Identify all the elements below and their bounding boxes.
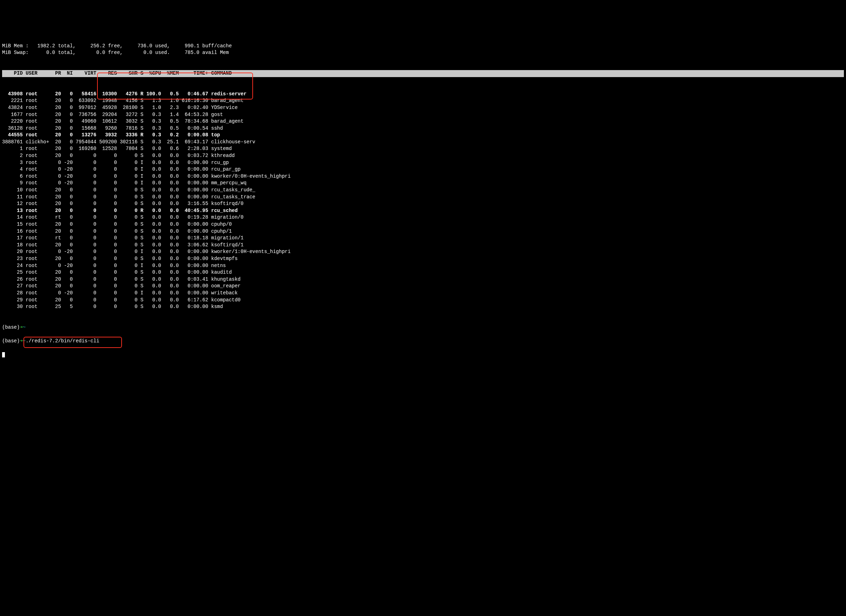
process-row: 28 root 0 -20 0 0 0 I 0.0 0.0 0:00.00 wr…	[2, 290, 844, 297]
process-row: 26 root 20 0 0 0 0 S 0.0 0.0 0:03.41 khu…	[2, 276, 844, 283]
cursor-icon	[2, 352, 5, 357]
process-row: 25 root 20 0 0 0 0 S 0.0 0.0 0:00.00 kau…	[2, 269, 844, 276]
process-row: 2 root 20 0 0 0 0 S 0.0 0.0 0:03.72 kthr…	[2, 153, 844, 160]
process-row: 36128 root 20 0 15668 9260 7816 S 0.3 0.…	[2, 125, 844, 132]
process-row: 10 root 20 0 0 0 0 S 0.0 0.0 0:00.00 rcu…	[2, 187, 844, 194]
shell-prompt-line-2[interactable]: (base) ➜ ~ ./redis-7.2/bin/redis-cli	[2, 338, 844, 345]
command-input[interactable]: ./redis-7.2/bin/redis-cli	[26, 338, 99, 345]
process-row: 4 root 0 -20 0 0 0 I 0.0 0.0 0:00.00 rcu…	[2, 166, 844, 173]
process-row: 29 root 20 0 0 0 0 S 0.0 0.0 6:17.62 kco…	[2, 297, 844, 304]
shell-prompt-line-1: (base) ➜ ~	[2, 324, 844, 331]
process-row: 24 root 0 -20 0 0 0 I 0.0 0.0 0:00.00 ne…	[2, 263, 844, 270]
process-table: 43908 root 20 0 58416 10300 4276 R 100.0…	[2, 91, 844, 311]
process-row: 1 root 20 0 169260 12528 7804 S 0.0 0.6 …	[2, 145, 844, 153]
process-row: 12 root 20 0 0 0 0 S 0.0 0.0 3:16.55 kso…	[2, 201, 844, 207]
process-row: 2220 root 20 0 49060 10612 3032 S 0.3 0.…	[2, 118, 844, 125]
process-row: 43824 root 20 0 997012 45928 28100 S 1.0…	[2, 104, 844, 111]
process-row: 27 root 20 0 0 0 0 S 0.0 0.0 0:00.00 oom…	[2, 283, 844, 290]
process-row: 1677 root 20 0 736756 29204 3272 S 0.3 1…	[2, 111, 844, 119]
process-row: 11 root 20 0 0 0 0 S 0.0 0.0 0:00.00 rcu…	[2, 194, 844, 201]
terminal-screen[interactable]: MiB Mem : 1982.2 total, 256.2 free, 736.…	[0, 27, 846, 387]
process-row: 18 root 20 0 0 0 0 S 0.0 0.0 3:06.62 kso…	[2, 242, 844, 249]
process-row: 9 root 0 -20 0 0 0 I 0.0 0.0 0:00.00 mm_…	[2, 180, 844, 187]
prompt-env: (base)	[2, 338, 20, 345]
prompt-env: (base)	[2, 324, 20, 331]
prompt-path: ~	[23, 338, 26, 345]
process-row: 44555 root 20 0 13276 3932 3336 R 0.3 0.…	[2, 132, 844, 139]
process-row: 13 root 20 0 0 0 0 R 0.0 0.0 40:45.95 rc…	[2, 207, 844, 214]
process-row: 30 root 25 5 0 0 0 S 0.0 0.0 0:00.00 ksm…	[2, 304, 844, 311]
process-row: 43908 root 20 0 58416 10300 4276 R 100.0…	[2, 91, 844, 98]
process-row: 20 root 0 -20 0 0 0 I 0.0 0.0 0:00.00 kw…	[2, 248, 844, 255]
process-row: 17 root rt 0 0 0 0 S 0.0 0.0 0:18.18 mig…	[2, 235, 844, 242]
process-row: 3888761 clickho+ 20 0 7954044 509200 302…	[2, 139, 844, 146]
process-row: 2221 root 20 0 633092 19948 4156 S 1.3 1…	[2, 97, 844, 104]
process-row: 6 root 0 -20 0 0 0 I 0.0 0.0 0:00.00 kwo…	[2, 173, 844, 180]
prompt-arrow-icon: ➜	[20, 338, 22, 345]
process-row: 14 root rt 0 0 0 0 S 0.0 0.0 0:19.28 mig…	[2, 214, 844, 221]
process-table-header: PID USER PR NI VIRT RES SHR S %CPU %MEM …	[2, 70, 844, 77]
process-row: 23 root 20 0 0 0 0 S 0.0 0.0 0:00.00 kde…	[2, 255, 844, 263]
prompt-path: ~	[23, 324, 26, 331]
process-row: 16 root 20 0 0 0 0 S 0.0 0.0 0:00.00 cpu…	[2, 228, 844, 235]
process-row: 3 root 0 -20 0 0 0 I 0.0 0.0 0:00.00 rcu…	[2, 160, 844, 166]
process-row: 15 root 20 0 0 0 0 S 0.0 0.0 0:00.00 cpu…	[2, 221, 844, 228]
top-summary: MiB Mem : 1982.2 total, 256.2 free, 736.…	[2, 43, 844, 56]
prompt-arrow-icon: ➜	[20, 324, 22, 331]
